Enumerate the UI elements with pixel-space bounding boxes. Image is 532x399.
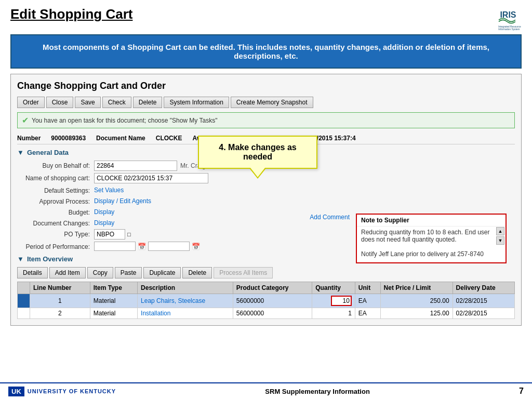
svg-text:IRIS: IRIS	[500, 10, 516, 19]
col-item-type: Item Type	[90, 282, 137, 294]
row2-product-category: 56000000	[233, 308, 312, 319]
banner-text: Most components of a Shopping Cart can b…	[43, 43, 489, 60]
row1-delivery-date: 02/28/2015	[453, 294, 514, 308]
meta-number-value: 9000089363	[51, 135, 86, 142]
check-button[interactable]: Check	[102, 97, 131, 108]
doc-changes-display-link[interactable]: Display	[94, 219, 114, 227]
row2-delivery-date: 02/28/2015	[453, 308, 514, 319]
row1-unit: EA	[355, 294, 380, 308]
shopping-cart-label: Name of shopping cart:	[17, 173, 90, 183]
row2-quantity: 1	[312, 308, 355, 319]
scroll-up-button[interactable]: ▲	[496, 227, 504, 235]
info-message: You have an open task for this document;…	[32, 117, 217, 124]
meta-docname-value: CLOCKE	[156, 135, 182, 142]
add-comment-link[interactable]: Add Comment	[310, 214, 350, 221]
buy-on-behalf-input[interactable]	[94, 161, 177, 171]
row2-line: 2	[30, 308, 90, 319]
note-supplier-text: Reducing quantity from 10 to 8 each. End…	[361, 229, 489, 258]
col-line-number: Line Number	[30, 282, 90, 294]
form-toolbar: Order Close Save Check Delete System Inf…	[17, 97, 515, 108]
row1-net-price: 250.00	[380, 294, 453, 308]
item-overview-section: ▼ Item Overview Details Add Item Copy Pa…	[17, 255, 515, 319]
iris-logo-icon: IRIS Integrated Resource Information Sys…	[497, 6, 522, 31]
close-button[interactable]: Close	[46, 97, 74, 108]
row1-quantity[interactable]	[312, 294, 355, 308]
footer-left: UK UNIVERSITY OF KENTUCKY	[8, 387, 116, 396]
general-data-label: General Data	[27, 149, 69, 156]
system-info-button[interactable]: System Information	[164, 97, 229, 108]
note-supplier-body[interactable]: Reducing quantity from 10 to 8 each. End…	[357, 226, 506, 262]
display-edit-agents-link[interactable]: Display / Edit Agents	[94, 197, 151, 205]
svg-text:Information System: Information System	[498, 28, 520, 31]
svg-text:Integrated Resource: Integrated Resource	[498, 25, 521, 28]
meta-docname-label: Document Name	[96, 135, 145, 142]
page-header: Edit Shopping Cart IRIS Integrated Resou…	[0, 0, 532, 34]
col-net-price: Net Price / Limit	[380, 282, 453, 294]
shopping-cart-input[interactable]	[94, 173, 208, 183]
row1-product-category: 56000000	[233, 294, 312, 308]
logo: IRIS Integrated Resource Information Sys…	[497, 6, 522, 31]
item-collapse-icon: ▼	[17, 255, 24, 263]
item-delete-button[interactable]: Delete	[182, 267, 212, 278]
set-values-link[interactable]: Set Values	[94, 187, 124, 194]
banner: Most components of a Shopping Cart can b…	[10, 34, 522, 69]
memory-snapshot-button[interactable]: Create Memory Snapshot	[231, 97, 313, 108]
period-of-performance-label: Period of Performance:	[17, 242, 90, 251]
uk-badge: UK	[8, 387, 24, 396]
calendar-start-icon[interactable]: 📅	[138, 243, 146, 250]
process-all-items-button: Process All Items	[214, 267, 273, 278]
scroll-down-button[interactable]: ▼	[496, 236, 504, 245]
col-quantity: Quantity	[312, 282, 355, 294]
order-button[interactable]: Order	[17, 97, 45, 108]
calendar-end-icon[interactable]: 📅	[192, 243, 200, 250]
details-button[interactable]: Details	[17, 267, 48, 278]
delete-button[interactable]: Delete	[133, 97, 163, 108]
budget-label: Budget:	[17, 207, 90, 216]
row1-desc-link[interactable]: Leap Chairs, Steelcase	[141, 297, 205, 304]
note-supplier-title: Note to Supplier	[357, 215, 506, 226]
period-start-input[interactable]	[94, 242, 136, 251]
row2-select-col	[18, 308, 30, 319]
table-row[interactable]: 1 Material Leap Chairs, Steelcase 560000…	[18, 294, 515, 308]
table-row[interactable]: 2 Material Installation 56000000 1 EA 12…	[18, 308, 515, 319]
approval-process-label: Approval Process:	[17, 196, 90, 205]
row1-item-type: Material	[90, 294, 137, 308]
row2-unit: EA	[355, 308, 380, 319]
footer-center-text: SRM Supplementary Information	[265, 388, 370, 395]
note-to-supplier: Note to Supplier Reducing quantity from …	[356, 214, 507, 263]
po-type-label: PO Type:	[17, 229, 90, 240]
col-delivery-date: Delivery Date	[453, 282, 514, 294]
add-item-button[interactable]: Add Item	[49, 267, 86, 278]
col-checkbox	[18, 282, 30, 294]
main-form: Change Shopping Cart and Order Order Clo…	[10, 74, 522, 326]
row1-description: Leap Chairs, Steelcase	[138, 294, 233, 308]
po-type-input[interactable]	[94, 229, 125, 240]
po-type-icon: □	[127, 231, 131, 237]
row1-select-col	[18, 294, 30, 308]
save-button[interactable]: Save	[75, 97, 100, 108]
default-settings-row: Set Values	[94, 185, 515, 194]
default-settings-label: Default Settings:	[17, 185, 90, 194]
doc-changes-label: Document Changes:	[17, 218, 90, 227]
collapse-icon: ▼	[17, 149, 24, 156]
period-end-input[interactable]	[148, 242, 190, 251]
form-title: Change Shopping Cart and Order	[17, 81, 515, 91]
shopping-cart-row	[94, 173, 515, 183]
note-scroll: ▲ ▼	[496, 227, 504, 245]
item-toolbar: Details Add Item Copy Paste Duplicate De…	[17, 267, 515, 278]
row1-qty-input[interactable]	[331, 296, 352, 306]
duplicate-button[interactable]: Duplicate	[143, 267, 181, 278]
page-title: Edit Shopping Cart	[10, 6, 132, 22]
col-product-category: Product Category	[233, 282, 312, 294]
budget-display-link[interactable]: Display	[94, 208, 114, 216]
row2-desc-link[interactable]: Installation	[141, 310, 170, 317]
row1-line: 1	[30, 294, 90, 308]
add-comment-container: Add Comment	[310, 214, 350, 221]
footer: UK UNIVERSITY OF KENTUCKY SRM Supplement…	[0, 382, 532, 399]
callout-box: 4. Make changes as needed	[198, 136, 317, 169]
meta-number-label: Number	[17, 135, 41, 142]
buy-on-behalf-label: Buy on Behalf of:	[17, 161, 90, 171]
paste-button[interactable]: Paste	[115, 267, 142, 278]
copy-button[interactable]: Copy	[87, 267, 113, 278]
footer-page-number: 7	[519, 387, 524, 396]
